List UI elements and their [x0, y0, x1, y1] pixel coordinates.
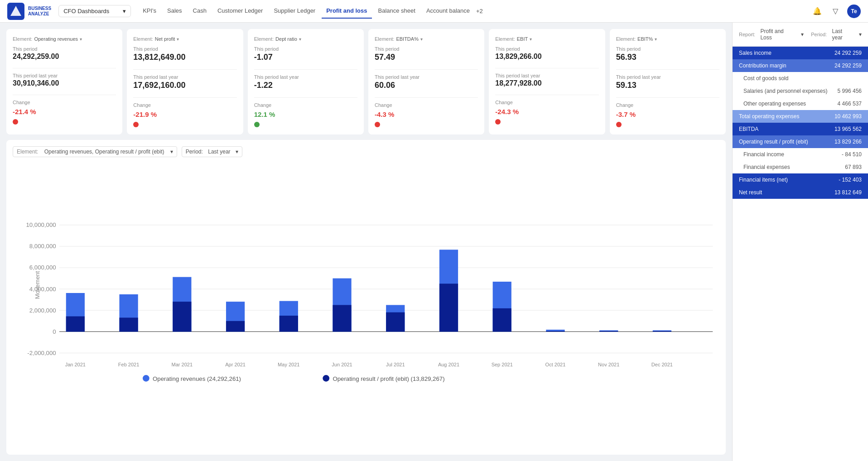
pl-label-9: Financial expenses — [739, 164, 790, 170]
chevron-icon: ▾ — [530, 37, 532, 42]
filter-icon[interactable]: ▽ — [829, 5, 842, 18]
nav-more[interactable]: +2 — [476, 8, 483, 14]
bar-feb-profit — [119, 317, 138, 331]
bar-mar-profit — [173, 302, 191, 331]
svg-point-30 — [323, 375, 329, 382]
chevron-icon: ▾ — [80, 37, 82, 42]
svg-text:Nov 2021: Nov 2021 — [598, 362, 619, 367]
chart-period-selector[interactable]: Period: Last year ▾ — [182, 146, 242, 157]
chart-container: Element: Operating revenues, Operating r… — [6, 140, 726, 455]
pl-value-5: 10 462 993 — [834, 113, 862, 120]
kpi-card-5: Element: EBIT% ▾ This period 56.93 This … — [610, 29, 726, 134]
pl-row-5[interactable]: Total operating expenses10 462 993 — [733, 110, 868, 123]
bar-may-profit — [280, 316, 298, 331]
pl-value-7: 13 829 266 — [834, 139, 862, 145]
pl-row-3[interactable]: Salaries (and personnel expenses)5 996 4… — [733, 85, 868, 97]
right-panel: Report: Profit and Loss ▾ Period: Last y… — [732, 23, 868, 461]
svg-point-28 — [143, 375, 149, 382]
nav-tabs: KPI's Sales Cash Customer Ledger Supplie… — [138, 4, 804, 19]
svg-text:6,000,000: 6,000,000 — [29, 264, 56, 271]
bar-jun-profit — [333, 305, 351, 332]
chart-element-selector[interactable]: Element: Operating revenues, Operating r… — [13, 146, 177, 157]
avatar[interactable]: Te — [847, 5, 861, 18]
kpi-card-0: Element: Operating revenues ▾ This perio… — [6, 29, 122, 134]
card-element-label-4[interactable]: Element: EBIT ▾ — [495, 36, 598, 42]
pl-label-4: Other operating expenses — [739, 101, 806, 107]
tab-customer-ledger[interactable]: Customer Ledger — [213, 4, 267, 19]
bar-jul-profit — [386, 312, 405, 332]
bar-nov-profit — [599, 331, 618, 331]
right-period-selector[interactable]: Period: Last year ▾ — [811, 28, 862, 41]
change-dot-2 — [254, 122, 260, 127]
pl-row-10[interactable]: Financial items (net)- 152 403 — [733, 173, 868, 186]
svg-text:Feb 2021: Feb 2021 — [118, 362, 140, 367]
chart-controls: Element: Operating revenues, Operating r… — [13, 146, 719, 157]
pl-row-4[interactable]: Other operating expenses4 466 537 — [733, 97, 868, 110]
pl-row-6[interactable]: EBITDA13 965 562 — [733, 123, 868, 135]
pl-row-11[interactable]: Net result13 812 649 — [733, 186, 868, 199]
card-element-label-5[interactable]: Element: EBIT% ▾ — [616, 36, 719, 42]
chart-body: 10,000,000 8,000,000 6,000,000 4,000,000… — [13, 162, 719, 448]
card-element-label-2[interactable]: Element: Dept ratio ▾ — [254, 36, 357, 42]
left-content: Element: Operating revenues ▾ This perio… — [0, 23, 732, 461]
bar-apr-profit — [226, 321, 245, 332]
tab-kpis[interactable]: KPI's — [138, 4, 161, 19]
svg-text:Jul 2021: Jul 2021 — [386, 362, 405, 367]
svg-text:Jan 2021: Jan 2021 — [65, 362, 86, 367]
kpi-cards: Element: Operating revenues ▾ This perio… — [6, 29, 726, 134]
change-dot-3 — [375, 122, 380, 127]
chevron-icon: ▾ — [177, 37, 179, 42]
change-dot-1 — [133, 122, 139, 127]
svg-text:Movement: Movement — [34, 271, 41, 299]
pl-value-1: 24 292 259 — [834, 62, 862, 69]
bar-sep-profit — [493, 308, 511, 332]
pl-label-3: Salaries (and personnel expenses) — [739, 88, 827, 94]
report-selector[interactable]: Report: Profit and Loss ▾ — [739, 28, 804, 41]
card-element-label-0[interactable]: Element: Operating revenues ▾ — [13, 36, 116, 42]
right-panel-header: Report: Profit and Loss ▾ Period: Last y… — [733, 23, 868, 47]
pl-label-10: Financial items (net) — [739, 177, 788, 183]
pl-label-6: EBITDA — [739, 126, 758, 132]
kpi-card-3: Element: EBITDA% ▾ This period 57.49 Thi… — [368, 29, 484, 134]
svg-text:8,000,000: 8,000,000 — [29, 243, 56, 250]
logo-icon — [7, 3, 24, 20]
bar-aug-profit — [439, 283, 458, 331]
change-dot-5 — [616, 122, 622, 127]
main-container: Element: Operating revenues ▾ This perio… — [0, 23, 868, 461]
svg-text:Oct 2021: Oct 2021 — [545, 362, 566, 367]
svg-text:10,000,000: 10,000,000 — [26, 221, 56, 228]
chevron-icon: ▾ — [299, 37, 301, 42]
header-right: 🔔 ▽ Te — [811, 5, 861, 18]
change-dot-0 — [13, 119, 18, 125]
pl-value-8: - 84 510 — [842, 151, 862, 158]
chevron-icon: ▾ — [420, 37, 423, 42]
logo-text-line2: ANALYZE — [28, 11, 51, 17]
chevron-icon: ▾ — [655, 37, 657, 42]
pl-row-1[interactable]: Contribution margin24 292 259 — [733, 59, 868, 72]
tab-supplier-ledger[interactable]: Supplier Ledger — [269, 4, 320, 19]
tab-profit-loss[interactable]: Profit and loss — [322, 4, 371, 19]
kpi-card-1: Element: Net profit ▾ This period 13,812… — [127, 29, 243, 134]
card-element-label-1[interactable]: Element: Net profit ▾ — [133, 36, 236, 42]
tab-balance-sheet[interactable]: Balance sheet — [374, 4, 420, 19]
dashboard-selector[interactable]: CFO Dashboards ▾ — [58, 5, 131, 17]
card-element-label-3[interactable]: Element: EBITDA% ▾ — [375, 36, 478, 42]
notification-icon[interactable]: 🔔 — [811, 5, 824, 18]
kpi-card-4: Element: EBIT ▾ This period 13,829,266.0… — [489, 29, 605, 134]
pl-row-0[interactable]: Sales income24 292 259 — [733, 47, 868, 59]
logo-text-line1: BUSINESS — [28, 6, 51, 11]
svg-text:Jun 2021: Jun 2021 — [332, 362, 352, 367]
tab-sales[interactable]: Sales — [163, 4, 187, 19]
tab-cash[interactable]: Cash — [188, 4, 211, 19]
pl-row-9[interactable]: Financial expenses67 893 — [733, 161, 868, 173]
pl-row-8[interactable]: Financial income- 84 510 — [733, 148, 868, 161]
pl-value-10: - 152 403 — [839, 177, 862, 183]
tab-account-balance[interactable]: Account balance — [422, 4, 474, 19]
change-dot-4 — [495, 119, 501, 125]
pl-row-7[interactable]: Operating result / profit (ebit)13 829 2… — [733, 135, 868, 148]
pl-row-2[interactable]: Cost of goods sold — [733, 72, 868, 85]
kpi-card-2: Element: Dept ratio ▾ This period -1.07 … — [248, 29, 364, 134]
svg-text:Dec 2021: Dec 2021 — [651, 362, 673, 367]
svg-text:Sep 2021: Sep 2021 — [492, 362, 513, 367]
chevron-icon: ▾ — [170, 149, 173, 155]
